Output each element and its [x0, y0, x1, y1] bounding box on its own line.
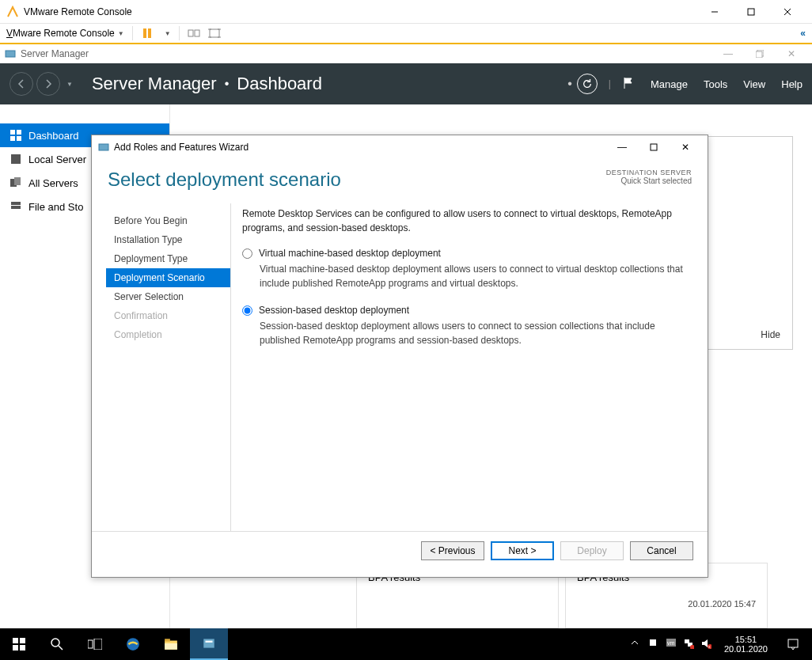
- breadcrumb-separator-icon: •: [225, 77, 230, 91]
- svg-rect-19: [17, 136, 21, 141]
- fullscreen-icon[interactable]: [208, 27, 221, 40]
- tray-volume-icon[interactable]: x: [700, 638, 713, 651]
- taskbar-explorer-icon[interactable]: [152, 628, 190, 660]
- hide-button[interactable]: Hide: [761, 329, 780, 340]
- breadcrumb-root[interactable]: Server Manager: [92, 74, 217, 94]
- taskbar-time: 15:51: [724, 635, 768, 644]
- pause-dropdown[interactable]: ▼: [165, 30, 171, 37]
- storage-icon: [9, 200, 22, 213]
- wizard-intro-text: Remote Desktop Services can be configure…: [242, 207, 690, 235]
- radio-vm-based-desc: Virtual machine-based desktop deployment…: [260, 262, 690, 290]
- tray-network-icon[interactable]: [683, 638, 696, 651]
- tray-vmware-icon[interactable]: vm: [666, 638, 678, 651]
- sm-close-button[interactable]: ✕: [776, 44, 807, 63]
- menu-manage[interactable]: Manage: [651, 78, 688, 90]
- taskbar-server-manager-icon[interactable]: [190, 628, 228, 660]
- wizard-button-bar: < Previous Next > Deploy Cancel: [92, 531, 708, 570]
- radio-session-based[interactable]: [242, 305, 252, 316]
- taskbar-ie-icon[interactable]: [114, 628, 152, 660]
- radio-vm-based-label[interactable]: Virtual machine-based desktop deployment: [259, 248, 441, 259]
- svg-rect-13: [6, 51, 15, 57]
- svg-rect-49: [788, 639, 798, 647]
- task-view-button[interactable]: [76, 628, 114, 660]
- wizard-step-server-selection[interactable]: Server Selection: [106, 287, 230, 306]
- svg-rect-38: [165, 643, 177, 650]
- vmware-minimize-button[interactable]: [696, 0, 733, 24]
- wizard-step-installation-type[interactable]: Installation Type: [106, 230, 230, 249]
- nav-back-button[interactable]: [9, 72, 33, 96]
- menu-tools[interactable]: Tools: [704, 78, 727, 90]
- svg-rect-5: [148, 28, 151, 38]
- svg-rect-29: [13, 645, 18, 651]
- destination-value: Quick Start selected: [606, 176, 692, 185]
- flag-icon[interactable]: [622, 77, 635, 92]
- wizard-step-deployment-scenario[interactable]: Deployment Scenario: [106, 268, 230, 287]
- sm-minimize-button[interactable]: —: [712, 44, 744, 63]
- tray-up-icon[interactable]: [631, 638, 643, 651]
- svg-rect-25: [99, 144, 108, 150]
- svg-rect-18: [10, 136, 15, 141]
- sm-maximize-button[interactable]: [744, 44, 776, 63]
- svg-rect-8: [210, 29, 219, 37]
- wizard-step-completion: Completion: [106, 325, 230, 344]
- bpa-timestamp: 20.01.2020 15:47: [577, 599, 756, 609]
- svg-rect-6: [188, 30, 193, 36]
- breadcrumb-page: Dashboard: [237, 74, 322, 94]
- wizard-maximize-button[interactable]: [638, 135, 670, 159]
- previous-button[interactable]: < Previous: [421, 541, 484, 560]
- servers-icon: [9, 176, 22, 189]
- wizard-icon: [98, 142, 109, 153]
- sidebar-item-label: Local Server: [28, 154, 86, 165]
- start-button[interactable]: [0, 628, 38, 660]
- pause-icon[interactable]: [141, 27, 154, 40]
- svg-rect-22: [14, 177, 21, 185]
- server-manager-icon: [5, 48, 16, 59]
- wizard-step-confirmation: Confirmation: [106, 306, 230, 325]
- search-button[interactable]: [38, 628, 76, 660]
- sidebar-item-label: Dashboard: [28, 130, 79, 142]
- header-more-dropdown[interactable]: •: [567, 77, 572, 91]
- sidebar-item-label: File and Sto: [28, 201, 83, 213]
- server-manager-title: Server Manager: [21, 48, 89, 59]
- svg-rect-4: [143, 28, 146, 38]
- radio-vm-based[interactable]: [242, 248, 252, 259]
- taskbar-date: 20.01.2020: [724, 644, 768, 654]
- menu-help[interactable]: Help: [781, 78, 803, 90]
- vmware-toolbar: VMware Remote Console▼ ▼ «: [0, 24, 812, 44]
- destination-label: DESTINATION SERVER: [606, 169, 692, 176]
- radio-session-based-desc: Session-based desktop deployment allows …: [260, 319, 690, 347]
- notification-center-icon[interactable]: [779, 628, 807, 660]
- svg-point-31: [51, 639, 59, 647]
- vmware-console-menu[interactable]: VMware Remote Console▼: [6, 28, 124, 39]
- menu-view[interactable]: View: [743, 78, 765, 90]
- svg-rect-16: [10, 130, 15, 135]
- send-cad-icon[interactable]: [188, 27, 200, 40]
- vmware-maximize-button[interactable]: [733, 0, 769, 24]
- radio-session-based-label[interactable]: Session-based desktop deployment: [259, 305, 409, 316]
- nav-history-dropdown[interactable]: ▼: [66, 81, 73, 88]
- wizard-titlebar: Add Roles and Features Wizard — ✕: [92, 135, 708, 159]
- nav-forward-button[interactable]: [36, 72, 60, 96]
- svg-rect-41: [650, 639, 656, 646]
- svg-rect-40: [206, 641, 213, 643]
- next-button[interactable]: Next >: [491, 541, 554, 560]
- tray-security-icon[interactable]: [648, 638, 661, 651]
- server-icon: [9, 153, 22, 165]
- server-manager-titlebar: Server Manager — ✕: [0, 44, 812, 63]
- dashboard-icon: [9, 129, 22, 142]
- taskbar-clock[interactable]: 15:51 20.01.2020: [718, 635, 774, 654]
- vmware-close-button[interactable]: [769, 0, 806, 24]
- wizard-step-before-you-begin[interactable]: Before You Begin: [106, 211, 230, 230]
- collapse-toolbar-icon[interactable]: «: [800, 28, 806, 39]
- refresh-icon[interactable]: [577, 74, 598, 94]
- wizard-close-button[interactable]: ✕: [670, 135, 701, 159]
- wizard-step-deployment-type[interactable]: Deployment Type: [106, 249, 230, 268]
- sidebar-item-label: All Servers: [28, 177, 78, 189]
- wizard-step-list: Before You Begin Installation Type Deplo…: [92, 203, 230, 531]
- svg-rect-7: [195, 30, 199, 36]
- svg-rect-27: [13, 638, 18, 643]
- add-roles-wizard-dialog: Add Roles and Features Wizard — ✕ Select…: [91, 135, 708, 578]
- svg-rect-24: [11, 206, 21, 209]
- cancel-button[interactable]: Cancel: [630, 541, 693, 560]
- wizard-minimize-button[interactable]: —: [606, 135, 638, 159]
